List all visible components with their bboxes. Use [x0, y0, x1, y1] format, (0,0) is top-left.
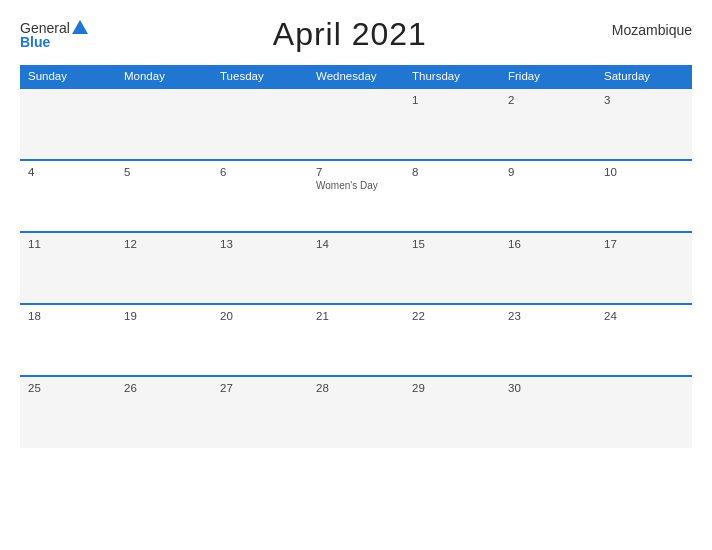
col-friday: Friday	[500, 65, 596, 88]
col-saturday: Saturday	[596, 65, 692, 88]
day-number: 15	[412, 238, 492, 250]
calendar-table: Sunday Monday Tuesday Wednesday Thursday…	[20, 65, 692, 448]
calendar-cell: 21	[308, 304, 404, 376]
day-number: 18	[28, 310, 108, 322]
day-number: 22	[412, 310, 492, 322]
calendar-cell: 10	[596, 160, 692, 232]
calendar-week-row: 252627282930	[20, 376, 692, 448]
day-number: 30	[508, 382, 588, 394]
calendar-cell	[212, 88, 308, 160]
holiday-label: Women's Day	[316, 180, 396, 191]
col-monday: Monday	[116, 65, 212, 88]
calendar-week-row: 18192021222324	[20, 304, 692, 376]
calendar-cell	[308, 88, 404, 160]
col-tuesday: Tuesday	[212, 65, 308, 88]
day-number: 16	[508, 238, 588, 250]
calendar-cell: 8	[404, 160, 500, 232]
calendar-cell: 16	[500, 232, 596, 304]
day-number: 17	[604, 238, 684, 250]
calendar-cell: 30	[500, 376, 596, 448]
day-number: 19	[124, 310, 204, 322]
calendar-cell: 22	[404, 304, 500, 376]
day-number: 1	[412, 94, 492, 106]
calendar-cell: 20	[212, 304, 308, 376]
calendar-cell: 26	[116, 376, 212, 448]
day-number: 23	[508, 310, 588, 322]
calendar-cell: 12	[116, 232, 212, 304]
day-number: 12	[124, 238, 204, 250]
calendar-cell: 11	[20, 232, 116, 304]
day-number: 5	[124, 166, 204, 178]
page: General Blue April 2021 Mozambique Sunda…	[0, 0, 712, 550]
day-number: 28	[316, 382, 396, 394]
logo-triangle-icon	[72, 20, 88, 34]
country-label: Mozambique	[612, 22, 692, 38]
day-number: 2	[508, 94, 588, 106]
day-number: 25	[28, 382, 108, 394]
calendar-cell: 14	[308, 232, 404, 304]
calendar-cell: 29	[404, 376, 500, 448]
calendar-cell: 9	[500, 160, 596, 232]
calendar-cell: 18	[20, 304, 116, 376]
calendar-cell: 7Women's Day	[308, 160, 404, 232]
day-number: 26	[124, 382, 204, 394]
month-title: April 2021	[273, 16, 427, 53]
day-number: 10	[604, 166, 684, 178]
calendar-cell: 27	[212, 376, 308, 448]
calendar-cell: 2	[500, 88, 596, 160]
calendar-cell: 5	[116, 160, 212, 232]
calendar-cell: 1	[404, 88, 500, 160]
header: General Blue April 2021 Mozambique	[20, 16, 692, 53]
calendar-week-row: 11121314151617	[20, 232, 692, 304]
calendar-cell: 19	[116, 304, 212, 376]
day-number: 14	[316, 238, 396, 250]
calendar-header-row: Sunday Monday Tuesday Wednesday Thursday…	[20, 65, 692, 88]
logo-general-text: General	[20, 21, 70, 35]
day-number: 21	[316, 310, 396, 322]
calendar-cell: 23	[500, 304, 596, 376]
logo: General Blue	[20, 21, 88, 49]
day-number: 8	[412, 166, 492, 178]
day-number: 27	[220, 382, 300, 394]
calendar-cell: 13	[212, 232, 308, 304]
calendar-cell	[116, 88, 212, 160]
col-thursday: Thursday	[404, 65, 500, 88]
day-number: 13	[220, 238, 300, 250]
day-number: 9	[508, 166, 588, 178]
logo-blue-text: Blue	[20, 35, 88, 49]
day-number: 4	[28, 166, 108, 178]
calendar-cell: 25	[20, 376, 116, 448]
calendar-cell: 15	[404, 232, 500, 304]
calendar-cell: 4	[20, 160, 116, 232]
calendar-cell: 17	[596, 232, 692, 304]
day-number: 11	[28, 238, 108, 250]
day-number: 29	[412, 382, 492, 394]
calendar-cell: 3	[596, 88, 692, 160]
calendar-cell: 28	[308, 376, 404, 448]
day-number: 20	[220, 310, 300, 322]
calendar-cell	[596, 376, 692, 448]
calendar-cell: 24	[596, 304, 692, 376]
day-number: 3	[604, 94, 684, 106]
calendar-week-row: 123	[20, 88, 692, 160]
day-number: 6	[220, 166, 300, 178]
col-sunday: Sunday	[20, 65, 116, 88]
calendar-cell: 6	[212, 160, 308, 232]
day-number: 24	[604, 310, 684, 322]
col-wednesday: Wednesday	[308, 65, 404, 88]
calendar-cell	[20, 88, 116, 160]
day-number: 7	[316, 166, 396, 178]
calendar-week-row: 4567Women's Day8910	[20, 160, 692, 232]
